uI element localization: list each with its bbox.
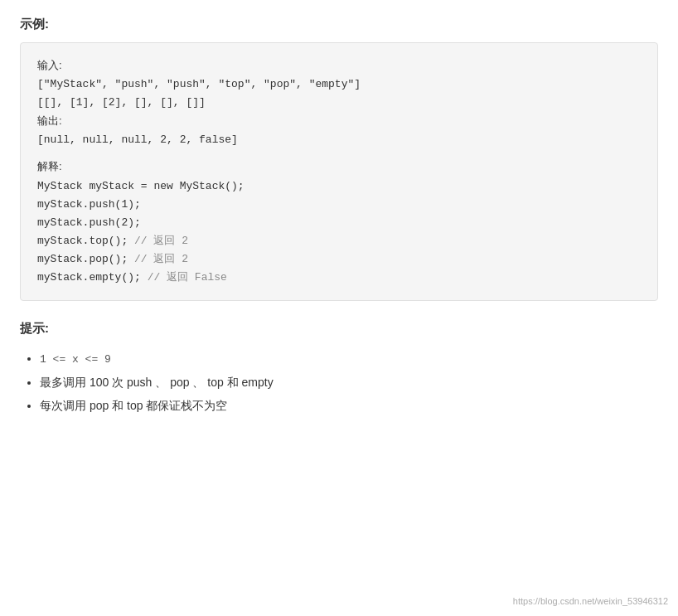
input-line2: [[], [1], [2], [], [], []] xyxy=(37,94,641,112)
code-line3: myStack.push(2); xyxy=(37,214,641,232)
hint-item-1: 1 <= x <= 9 xyxy=(40,347,658,371)
output-label: 输出: xyxy=(37,112,641,131)
hint-item-3: 每次调用 pop 和 top 都保证栈不为空 xyxy=(40,394,658,417)
watermark: https://blog.csdn.net/weixin_53946312 xyxy=(513,596,668,606)
hints-section-title: 提示: xyxy=(20,321,658,337)
hints-section: 提示: 1 <= x <= 9 最多调用 100 次 push 、 pop 、 … xyxy=(20,321,658,417)
input-label: 输入: xyxy=(37,56,641,75)
output-line1: [null, null, null, 2, 2, false] xyxy=(37,131,641,149)
code-line4: myStack.top(); // 返回 2 xyxy=(37,232,641,250)
example-section-title: 示例: xyxy=(20,17,658,32)
input-line1: ["MyStack", "push", "push", "top", "pop"… xyxy=(37,75,641,94)
code-line6: myStack.empty(); // 返回 False xyxy=(37,269,641,287)
code-line2: myStack.push(1); xyxy=(37,196,641,214)
hints-list: 1 <= x <= 9 最多调用 100 次 push 、 pop 、 top … xyxy=(20,347,658,417)
code-line5: myStack.pop(); // 返回 2 xyxy=(37,250,641,269)
example-code-block: 输入: ["MyStack", "push", "push", "top", "… xyxy=(20,42,658,301)
hint-item-2: 最多调用 100 次 push 、 pop 、 top 和 empty xyxy=(40,371,658,394)
explanation-label: 解释: xyxy=(37,158,641,177)
code-line1: MyStack myStack = new MyStack(); xyxy=(37,177,641,196)
